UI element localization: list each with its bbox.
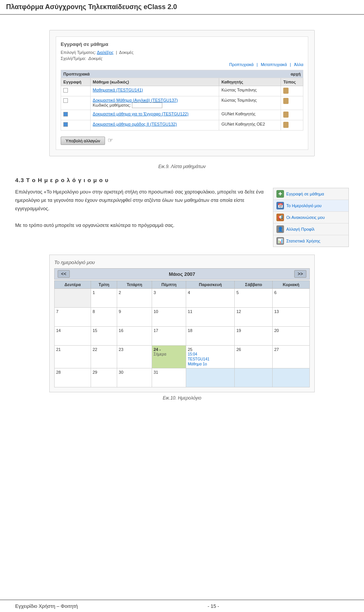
cal-cell-9[interactable]: 9	[117, 308, 152, 327]
cal-cell-15[interactable]: 15	[91, 327, 117, 346]
cal-cell-7[interactable]: 7	[55, 308, 91, 327]
event-code: TESTGU141	[188, 357, 209, 361]
lock-icon-4	[283, 122, 289, 128]
tab-proptux[interactable]: Προπτυχιακά	[229, 62, 253, 67]
cal-cell-19[interactable]: 19	[235, 327, 273, 346]
course-name-1[interactable]: Μαθηματικά (TESTGU141)	[93, 88, 143, 92]
checkbox-4[interactable]	[63, 122, 68, 127]
course-code-label: Κωδικός μαθήματος:	[93, 103, 131, 107]
cal-cell-11[interactable]: 11	[186, 308, 235, 327]
cal-cell-6[interactable]: 6	[273, 289, 310, 308]
day-header-mon: Δευτέρα	[55, 281, 91, 289]
sidebar-column: ✚ Εγγραφή σε μάθημα 📅 Το Ημερολόγιό μου …	[273, 188, 349, 247]
cal-cell-14[interactable]: 14	[55, 327, 91, 346]
cal-cell-empty-sat	[235, 368, 273, 387]
calendar-title: Το ημερολόγιό μου	[54, 260, 310, 265]
cal-cell-25[interactable]: 25 15:04 TESTGU141 Μάθημα 1ο	[186, 346, 235, 368]
course-row-3: Δοκιμαστικό μάθημα για το Έγγραφο (TESTG…	[61, 110, 303, 120]
next-month-button[interactable]: >>	[294, 270, 306, 278]
event-time: 15:04	[188, 352, 197, 356]
col-mathima: Μάθημα (κωδικός)	[90, 78, 219, 86]
cal-week-1: 1 2 3 4 5 6	[55, 289, 310, 308]
lock-icon-1	[283, 88, 289, 94]
cal-cell-27[interactable]: 27	[273, 346, 310, 368]
cal-cell-5[interactable]: 5	[235, 289, 273, 308]
tab-metaptux[interactable]: Μεταπτυχιακά	[261, 62, 287, 67]
cal-cell-8[interactable]: 8	[91, 308, 117, 327]
footer-left: Εγχειρίδιο Χρήστη – Φοιτητή	[15, 603, 78, 609]
hmerologio-icon: 📅	[276, 202, 284, 209]
cal-cell-3[interactable]: 3	[152, 289, 186, 308]
teacher-4: GUNet Καθηγητής OE2	[221, 122, 265, 126]
profil-icon: 👤	[276, 225, 284, 233]
enrollment-tmima-label: Επιλογή Τμήματος: Διαλέξεις | Δοκιμές	[61, 50, 303, 55]
cal-cell-18[interactable]: 18	[186, 327, 235, 346]
dialexi-link[interactable]: Διαλέξεις	[97, 50, 113, 55]
sidebar-item-statistika[interactable]: 📊 Στατιστικά Χρήσης	[273, 235, 348, 247]
cal-cell-12[interactable]: 12	[235, 308, 273, 327]
col-kathigitis: Καθηγητής	[219, 78, 281, 86]
cal-cell-21[interactable]: 21	[55, 346, 91, 368]
cal-cell-30[interactable]: 30	[117, 368, 152, 387]
cal-cell-16[interactable]: 16	[117, 327, 152, 346]
cal-cell-31[interactable]: 31	[152, 368, 186, 387]
cal-cell-20[interactable]: 20	[273, 327, 310, 346]
checkbox-2[interactable]	[63, 98, 68, 103]
course-name-4[interactable]: Δοκιμαστικό μάθημα ομάδος ΙΙ (TESTGU132)	[93, 122, 177, 126]
cal-cell-17[interactable]: 17	[152, 327, 186, 346]
col-typos: Τύπος	[281, 78, 303, 86]
cal-cell-24-today[interactable]: 24 - Σήμερα	[152, 346, 186, 368]
cal-cell-4[interactable]: 4	[186, 289, 235, 308]
cal-week-3: 14 15 16 17 18 19 20	[55, 327, 310, 346]
figure-9-box: Εγγραφή σε μάθημα Επιλογή Τμήματος: Διαλ…	[49, 30, 315, 156]
cal-cell-10[interactable]: 10	[152, 308, 186, 327]
cal-cell-1[interactable]: 1	[91, 289, 117, 308]
cal-cell-empty-1	[55, 289, 91, 308]
cal-cell-2[interactable]: 2	[117, 289, 152, 308]
cal-cell-26[interactable]: 26	[235, 346, 273, 368]
cal-cell-empty-sun	[273, 368, 310, 387]
day-header-fri: Παρασκευή	[186, 281, 235, 289]
anakoinoseis-icon: 📢	[276, 214, 284, 221]
fig10-caption: Εικ.10. Ημερολόγιο	[15, 395, 349, 401]
cal-cell-28[interactable]: 28	[55, 368, 91, 387]
sidebar-item-anakoinoseis[interactable]: 📢 Οι Ανακοινώσεις μου	[273, 212, 348, 223]
page-header: Πλατφόρμα Ασύγχρονης Τηλεκπαίδευσης eCla…	[0, 0, 364, 15]
cal-week-5: 28 29 30 31	[55, 368, 310, 387]
submit-button[interactable]: Υποβολή αλλαγών	[61, 137, 105, 145]
cal-cell-empty-fri	[186, 368, 235, 387]
tab-alla[interactable]: Άλλα	[294, 62, 303, 67]
course-name-3[interactable]: Δοκιμαστικό μάθημα για το Έγγραφο (TESTG…	[93, 112, 188, 116]
day-header-sun: Κυριακή	[273, 281, 310, 289]
course-row-2: Δοκιμαστικό Μάθημα (Αγγλικά) (TESTGU137)…	[61, 96, 303, 110]
prev-month-button[interactable]: <<	[58, 270, 70, 278]
col-eggrafi: Εγγραφή	[61, 78, 91, 86]
cal-cell-29[interactable]: 29	[91, 368, 117, 387]
cal-cell-22[interactable]: 22	[91, 346, 117, 368]
calendar-grid: Δευτέρα Τρίτη Τετάρτη Πέμπτη Παρασκευή Σ…	[54, 280, 310, 387]
sidebar-item-hmerologio[interactable]: 📅 Το Ημερολόγιό μου	[273, 200, 348, 212]
paragraph-1: Επιλέγοντας «Το Ημερολόγιο μου» στην αρι…	[15, 188, 265, 213]
sxoli-label: Σχολή/Τμήμα: Δοκιμές	[61, 56, 303, 61]
checkbox-3[interactable]	[63, 112, 68, 116]
sidebar-item-eggrafi[interactable]: ✚ Εγγραφή σε μάθημα	[273, 188, 348, 200]
teacher-2: Κώστας Τσιμπάνης	[221, 98, 257, 102]
cal-cell-13[interactable]: 13	[273, 308, 310, 327]
today-label: Σήμερα	[154, 352, 166, 356]
sidebar-label-hmerologio: Το Ημερολόγιό μου	[286, 203, 322, 208]
course-code-input[interactable]	[132, 102, 162, 108]
lock-icon-3	[283, 112, 289, 118]
section-heading: 4.3 Τ ο Η μ ε ρ ο λ ό γ ι ο μ ο υ	[15, 177, 349, 183]
course-name-2[interactable]: Δοκιμαστικό Μάθημα (Αγγλικά) (TESTGU137)	[93, 98, 178, 102]
cal-cell-23[interactable]: 23	[117, 346, 152, 368]
checkbox-1[interactable]	[63, 88, 68, 93]
paragraph-2: Με το τρόπο αυτό μπορείτε να οργανώσετε …	[15, 221, 265, 230]
sidebar-label-statistika: Στατιστικά Χρήσης	[286, 239, 320, 243]
day-header-wed: Τετάρτη	[117, 281, 152, 289]
text-column: Επιλέγοντας «Το Ημερολόγιο μου» στην αρι…	[15, 188, 265, 247]
submit-area: Υποβολή αλλαγών ☞	[61, 134, 303, 145]
footer-center: - 15 -	[207, 603, 219, 609]
sidebar-item-profil[interactable]: 👤 Αλλαγή Προφίλ	[273, 223, 348, 235]
calendar-month: Μάιος 2007	[169, 271, 195, 277]
enrollment-form: Εγγραφή σε μάθημα Επιλογή Τμήματος: Διαλ…	[56, 36, 308, 150]
